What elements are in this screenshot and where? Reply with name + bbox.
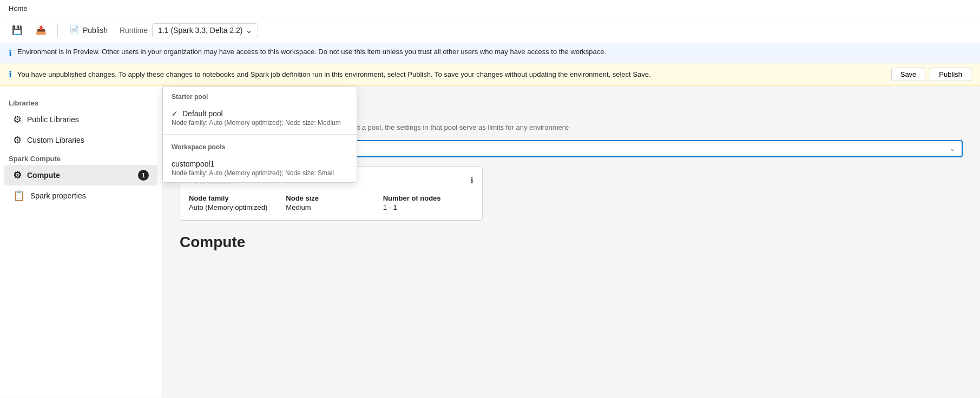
runtime-label: Runtime — [120, 26, 148, 35]
warning-banner-actions: Save Publish — [891, 68, 971, 81]
libraries-section-title: Libraries — [0, 95, 162, 109]
custom-libraries-label: Custom Libraries — [27, 136, 84, 144]
node-size-value: Medium — [286, 203, 376, 211]
spark-properties-label: Spark properties — [30, 191, 86, 200]
custompool1-desc: Node family: Auto (Memory optimized); No… — [172, 169, 348, 177]
pool-selector-chevron: ⌄ — [950, 145, 955, 152]
toolbar-divider — [57, 24, 58, 37]
export-button[interactable]: 📤 — [30, 22, 52, 38]
save-icon: 💾 — [12, 25, 23, 35]
top-nav: Home — [0, 0, 980, 17]
warning-banner-text: You have unpublished changes. To apply t… — [17, 70, 651, 78]
node-size-label: Node size — [286, 194, 376, 202]
sidebar-item-public-libraries[interactable]: ⚙ Public Libraries — [4, 109, 157, 130]
runtime-selector: Runtime 1.1 (Spark 3.3, Delta 2.2) ⌄ — [120, 23, 259, 37]
custom-libraries-icon: ⚙ — [13, 134, 22, 146]
runtime-dropdown[interactable]: 1.1 (Spark 3.3, Delta 2.2) ⌄ — [152, 23, 258, 37]
publish-icon: 📄 — [69, 25, 80, 35]
pool-details-info-icon[interactable]: ℹ — [470, 175, 473, 185]
info-banner-text: Environment is in Preview. Other users i… — [17, 48, 606, 56]
runtime-value: 1.1 (Spark 3.3, Delta 2.2) — [158, 26, 242, 35]
compute-icon: ⚙ — [13, 169, 22, 181]
sidebar-item-custom-libraries[interactable]: ⚙ Custom Libraries — [4, 130, 157, 150]
spark-compute-section-title: Spark Compute — [0, 150, 162, 165]
node-family-col: Node family Auto (Memory optimized) — [189, 194, 279, 211]
info-banner: ℹ Environment is in Preview. Other users… — [0, 43, 980, 63]
sidebar: Libraries ⚙ Public Libraries ⚙ Custom Li… — [0, 86, 162, 397]
workspace-pools-label: Workspace pools — [163, 137, 357, 154]
info-banner-icon: ℹ — [9, 48, 12, 58]
num-nodes-value: 1 - 1 — [383, 203, 473, 211]
custompool1-item[interactable]: custompool1 Node family: Auto (Memory op… — [163, 154, 357, 182]
pool-dropdown-overlay: Starter pool ✓ Default pool Node family:… — [162, 86, 357, 183]
dropdown-divider — [163, 134, 357, 135]
main-layout: Libraries ⚙ Public Libraries ⚙ Custom Li… — [0, 86, 980, 397]
sidebar-item-compute[interactable]: ⚙ Compute 1 — [4, 165, 157, 185]
toolbar: 💾 📤 📄 Publish Runtime 1.1 (Spark 3.3, De… — [0, 17, 980, 43]
pool-details-grid: Node family Auto (Memory optimized) Node… — [189, 194, 473, 211]
default-pool-name: ✓ Default pool — [172, 109, 348, 118]
public-libraries-label: Public Libraries — [27, 115, 79, 124]
runtime-chevron: ⌄ — [246, 26, 252, 35]
spark-properties-icon: 📋 — [13, 190, 25, 202]
publish-action-button[interactable]: Publish — [930, 68, 971, 81]
node-size-col: Node size Medium — [286, 194, 376, 211]
node-family-value: Auto (Memory optimized) — [189, 203, 279, 211]
compute-heading: Compute — [180, 234, 963, 251]
compute-badge: 1 — [138, 170, 149, 181]
compute-label: Compute — [27, 171, 60, 180]
public-libraries-icon: ⚙ — [13, 114, 22, 125]
default-pool-item[interactable]: ✓ Default pool Node family: Auto (Memory… — [163, 104, 357, 132]
sidebar-item-spark-properties[interactable]: 📋 Spark properties — [4, 185, 157, 206]
publish-toolbar-button[interactable]: 📄 Publish — [63, 22, 113, 38]
home-title: Home — [9, 4, 28, 12]
node-family-label: Node family — [189, 194, 279, 202]
default-pool-desc: Node family: Auto (Memory optimized); No… — [172, 119, 348, 127]
starter-pool-label: Starter pool — [163, 87, 357, 104]
warning-banner-icon: ℹ — [9, 69, 12, 79]
custompool1-name: custompool1 — [172, 160, 348, 168]
export-icon: 📤 — [36, 25, 47, 35]
num-nodes-col: Number of nodes 1 - 1 — [383, 194, 473, 211]
warning-banner: ℹ You have unpublished changes. To apply… — [0, 63, 980, 86]
save-button[interactable]: 💾 — [6, 22, 28, 38]
save-action-button[interactable]: Save — [891, 68, 926, 81]
num-nodes-label: Number of nodes — [383, 194, 473, 202]
publish-label: Publish — [83, 26, 108, 35]
default-pool-check: ✓ — [172, 109, 178, 118]
